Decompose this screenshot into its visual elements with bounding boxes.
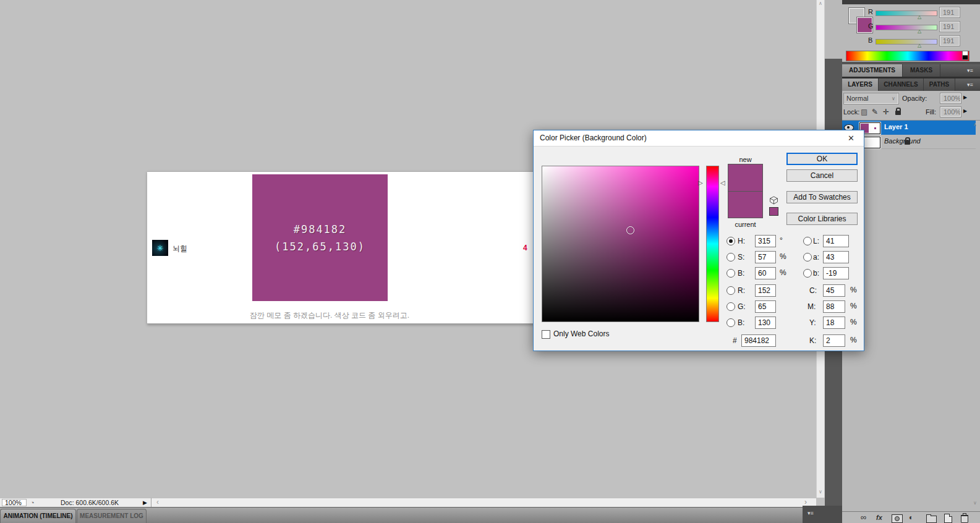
opacity-label: Opacity: xyxy=(902,95,927,102)
field-bsmall[interactable] xyxy=(823,267,849,279)
radio-h[interactable] xyxy=(726,237,735,245)
slider-track-g[interactable] xyxy=(876,25,937,30)
opacity-value[interactable] xyxy=(940,93,961,103)
canvas-red-text: 4 xyxy=(523,244,527,252)
hex-field[interactable] xyxy=(741,334,776,347)
radio-bsmall[interactable] xyxy=(803,269,812,278)
layers-bottom-strip: ∞ fx ◐ xyxy=(842,511,980,523)
web-safe-cube-icon[interactable] xyxy=(769,196,778,207)
field-b2[interactable] xyxy=(755,317,776,329)
field-r[interactable] xyxy=(755,284,776,297)
spectrum-black-swatch[interactable] xyxy=(962,55,968,60)
blend-mode-select[interactable]: Normal ∨ xyxy=(843,93,899,104)
ok-button[interactable]: OK xyxy=(786,153,858,165)
status-bar: ◔ Doc: 600.6K/600.6K ▶ xyxy=(0,498,151,507)
scroll-down-icon[interactable]: ∨ xyxy=(819,489,822,495)
layer-name[interactable]: Layer 1 xyxy=(884,123,908,130)
timeline-panel-menu-icon[interactable]: ▾≡ xyxy=(807,510,814,516)
radio-b2[interactable] xyxy=(726,318,735,327)
field-b[interactable] xyxy=(755,267,776,279)
zoom-level-field[interactable] xyxy=(2,499,27,506)
field-m[interactable] xyxy=(823,300,845,313)
fill-label: Fill: xyxy=(926,108,936,116)
canvas-horizontal-scrollbar[interactable]: ‹ › xyxy=(151,498,816,507)
radio-r[interactable] xyxy=(726,286,735,295)
color-libraries-button[interactable]: Color Libraries xyxy=(786,213,858,225)
tab-layers[interactable]: LAYERS xyxy=(842,79,879,91)
hue-arrow-left-icon[interactable]: ▷ xyxy=(698,180,703,186)
slider-marker-g[interactable]: △ xyxy=(918,28,921,34)
spectrum-ramp[interactable] xyxy=(846,51,969,61)
add-to-swatches-button[interactable]: Add To Swatches xyxy=(786,191,858,203)
fill-spinner-icon[interactable]: ▶ xyxy=(963,108,967,114)
field-k[interactable] xyxy=(823,334,845,347)
new-layer-icon[interactable] xyxy=(944,514,952,523)
status-detach-icon[interactable]: ▶ xyxy=(143,500,147,506)
slider-value-g[interactable] xyxy=(940,22,960,32)
close-icon[interactable]: ✕ xyxy=(848,134,854,143)
slider-value-r[interactable] xyxy=(940,7,960,17)
field-y[interactable] xyxy=(823,317,845,329)
adjustments-tabbar: ADJUSTMENTS MASKS ▾≡ xyxy=(842,64,980,77)
field-a[interactable] xyxy=(823,251,849,263)
current-color-swatch[interactable] xyxy=(728,191,763,218)
adjustment-layer-icon[interactable]: ◐ xyxy=(909,513,913,522)
canvas-rgb-label: (152,65,130) xyxy=(275,238,365,255)
layers-scroll-up-icon[interactable]: ∧ xyxy=(973,122,977,127)
tab-layers-label: LAYERS xyxy=(848,81,872,88)
color-field-marker[interactable] xyxy=(626,226,634,234)
fill-value[interactable] xyxy=(940,107,961,117)
lock-pixels-icon[interactable]: ✎ xyxy=(872,108,878,116)
color-field[interactable] xyxy=(542,166,699,322)
slider-value-b[interactable] xyxy=(940,36,960,46)
radio-b[interactable] xyxy=(726,269,735,278)
radio-g[interactable] xyxy=(726,302,735,311)
slider-track-r[interactable] xyxy=(876,11,937,16)
field-l[interactable] xyxy=(823,235,849,247)
slider-marker-r[interactable]: △ xyxy=(918,14,921,20)
opacity-spinner-icon[interactable]: ▶ xyxy=(963,95,967,100)
new-group-icon[interactable] xyxy=(926,516,937,523)
layer-fx-icon[interactable]: fx xyxy=(876,514,882,521)
field-c[interactable] xyxy=(823,284,845,297)
lock-all-icon[interactable] xyxy=(895,111,901,115)
tab-adjustments[interactable]: ADJUSTMENTS xyxy=(842,64,903,77)
tab-animation-label: ANIMATION (TIMELINE) xyxy=(3,512,72,519)
slider-track-b[interactable] xyxy=(876,39,937,45)
slider-label-r: R xyxy=(868,8,873,15)
tab-measurement-log[interactable]: MEASUREMENT LOG xyxy=(77,509,147,523)
field-label-h: H: xyxy=(738,237,745,245)
clock-icon[interactable]: ◔ xyxy=(30,499,35,506)
lock-position-icon[interactable]: ✛ xyxy=(883,108,889,116)
link-layers-icon[interactable]: ∞ xyxy=(861,512,866,522)
tab-masks[interactable]: MASKS xyxy=(903,64,940,77)
field-g[interactable] xyxy=(755,300,776,313)
delete-layer-icon[interactable] xyxy=(961,515,968,523)
lock-transparency-icon[interactable]: ▨ xyxy=(861,108,867,116)
layers-tabbar: LAYERS CHANNELS PATHS ▾≡ xyxy=(842,79,980,91)
tab-channels[interactable]: CHANNELS xyxy=(879,79,924,91)
hue-arrow-right-icon[interactable]: ◁ xyxy=(720,180,725,186)
adjustments-panel-menu-icon[interactable]: ▾≡ xyxy=(967,67,973,74)
dialog-titlebar[interactable]: Color Picker (Background Color) ✕ xyxy=(534,130,864,147)
radio-l[interactable] xyxy=(803,237,812,245)
slider-marker-b[interactable]: △ xyxy=(918,43,921,48)
field-h[interactable] xyxy=(755,235,776,247)
layer-name[interactable]: Background xyxy=(884,137,921,145)
scroll-left-icon[interactable]: ‹ xyxy=(156,498,159,506)
tab-paths[interactable]: PATHS xyxy=(924,79,955,91)
cancel-button[interactable]: Cancel xyxy=(786,169,858,182)
layers-panel-menu-icon[interactable]: ▾≡ xyxy=(967,82,973,88)
add-layer-mask-icon[interactable] xyxy=(892,514,903,523)
radio-s[interactable] xyxy=(726,253,735,262)
layers-scroll-down-icon[interactable]: ∨ xyxy=(973,500,977,506)
field-s[interactable] xyxy=(755,251,776,263)
only-web-colors-checkbox[interactable] xyxy=(542,330,550,339)
tab-animation-timeline[interactable]: ANIMATION (TIMELINE) xyxy=(0,509,76,523)
radio-a[interactable] xyxy=(803,253,812,262)
doc-size-info[interactable]: Doc: 600.6K/600.6K xyxy=(38,499,141,506)
scroll-right-icon[interactable]: › xyxy=(804,498,807,506)
scroll-up-icon[interactable]: ∧ xyxy=(819,1,822,6)
web-safe-swatch[interactable] xyxy=(769,207,778,216)
hue-slider[interactable] xyxy=(706,166,719,322)
